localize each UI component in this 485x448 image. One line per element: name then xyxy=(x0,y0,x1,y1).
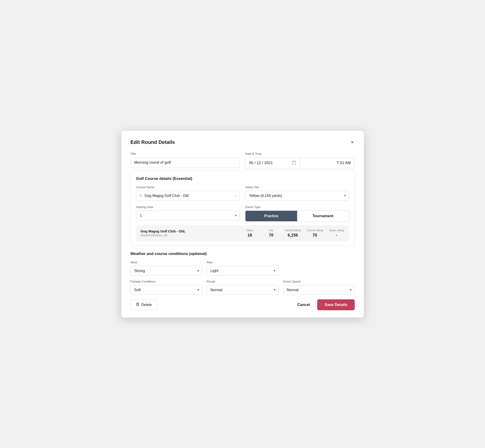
fairway-label: Fairway Conditions xyxy=(130,280,202,283)
green-speed-select-wrap: Slow Normal Fast Very Fast ▾ xyxy=(283,285,355,295)
rough-label: Rough xyxy=(207,280,278,283)
golf-section-title: Golf Course details (Essential) xyxy=(136,176,349,181)
holes-value: 18 xyxy=(248,233,252,238)
search-icon xyxy=(139,194,142,198)
trash-icon xyxy=(136,302,140,307)
title-field-group: Title xyxy=(130,152,240,169)
tee-select-wrap: Yellow (6,156 yards) ▾ xyxy=(245,191,349,200)
par-stat: Par 70 xyxy=(263,229,279,238)
cancel-button[interactable]: Cancel xyxy=(296,300,312,310)
yards-value: 6,156 xyxy=(288,233,298,238)
yards-label: Yards(Yellow) xyxy=(285,229,301,232)
svg-rect-0 xyxy=(292,161,296,164)
holes-stat: Holes 18 xyxy=(242,229,258,238)
edit-round-modal: Edit Round Details × Title Date & Time 0… xyxy=(121,131,364,318)
wind-select-wrap: Calm Light Moderate Strong Very Strong ▾ xyxy=(130,266,202,276)
rain-select-wrap: None Light Moderate Heavy ▾ xyxy=(207,266,278,276)
rain-label: Rain xyxy=(207,261,278,264)
title-label: Title xyxy=(130,152,240,155)
game-type-toggle: Practice Tournament xyxy=(245,211,349,222)
practice-button[interactable]: Practice xyxy=(245,211,297,221)
delete-label: Delete xyxy=(141,303,152,307)
course-name-display: Gog Magog Golf Club - Old, xyxy=(141,229,236,233)
calendar-icon xyxy=(292,160,296,166)
close-button[interactable]: × xyxy=(350,139,355,146)
course-tee-row: Course Name × Select Tee xyxy=(136,185,349,201)
green-speed-label: Green Speed xyxy=(283,280,355,283)
tee-select[interactable]: Yellow (6,156 yards) xyxy=(245,191,349,200)
course-name-input[interactable] xyxy=(136,191,240,201)
slope-rating-label: Slope rating xyxy=(329,229,344,232)
fairway-rough-green-row: Fairway Conditions Dry Normal Soft Wet ▾… xyxy=(130,280,355,295)
datetime-label: Date & Time xyxy=(245,152,355,155)
slope-rating-stat: Slope rating - xyxy=(329,229,345,238)
hole-select-wrap: 1 10 ▾ xyxy=(136,211,240,220)
spacer xyxy=(283,261,355,276)
par-value: 70 xyxy=(269,233,274,238)
wind-select[interactable]: Calm Light Moderate Strong Very Strong xyxy=(130,266,202,276)
footer-row: Delete Cancel Save Details xyxy=(130,299,355,310)
course-location: Shelford Bottom, UK xyxy=(141,233,236,237)
yards-stat: Yards(Yellow) 6,156 xyxy=(285,229,301,238)
hole-gametype-row: Starting Hole 1 10 ▾ Game Type Practice … xyxy=(136,205,349,222)
rain-group: Rain None Light Moderate Heavy ▾ xyxy=(207,261,278,276)
footer-right: Cancel Save Details xyxy=(296,299,355,310)
course-name-group: Course Name × xyxy=(136,185,240,201)
course-rating-value: 70 xyxy=(312,233,317,238)
green-speed-group: Green Speed Slow Normal Fast Very Fast ▾ xyxy=(283,280,355,295)
svg-line-5 xyxy=(141,196,142,197)
date-value: 05 / 12 / 2021 xyxy=(249,161,273,165)
modal-header: Edit Round Details × xyxy=(130,139,355,146)
par-label: Par xyxy=(269,229,273,232)
course-name-label: Course Name xyxy=(136,185,240,189)
fairway-select-wrap: Dry Normal Soft Wet ▾ xyxy=(130,285,202,295)
modal-title: Edit Round Details xyxy=(130,139,175,145)
conditions-section: Weather and course conditions (optional)… xyxy=(130,252,355,295)
holes-label: Holes xyxy=(246,229,253,232)
green-speed-select[interactable]: Slow Normal Fast Very Fast xyxy=(283,285,355,295)
fairway-group: Fairway Conditions Dry Normal Soft Wet ▾ xyxy=(130,280,202,295)
date-field[interactable]: 05 / 12 / 2021 xyxy=(245,157,300,169)
starting-hole-select[interactable]: 1 10 xyxy=(136,211,240,220)
rough-select[interactable]: Short Normal Long Very Long xyxy=(207,285,278,295)
select-tee-group: Select Tee Yellow (6,156 yards) ▾ xyxy=(245,185,349,201)
course-name-input-wrap: × xyxy=(136,191,240,201)
course-rating-stat: Course rating 70 xyxy=(307,229,323,238)
svg-point-4 xyxy=(139,194,141,196)
tournament-button[interactable]: Tournament xyxy=(297,211,349,221)
slope-rating-value: - xyxy=(336,233,337,238)
rough-group: Rough Short Normal Long Very Long ▾ xyxy=(207,280,278,295)
game-type-group: Game Type Practice Tournament xyxy=(245,205,349,222)
delete-button[interactable]: Delete xyxy=(130,299,157,310)
wind-group: Wind Calm Light Moderate Strong Very Str… xyxy=(130,261,202,276)
wind-label: Wind xyxy=(130,261,202,264)
title-date-row: Title Date & Time 05 / 12 / 2021 xyxy=(130,152,355,169)
clear-course-icon[interactable]: × xyxy=(235,194,237,198)
save-button[interactable]: Save Details xyxy=(317,299,355,310)
datetime-field-group: Date & Time 05 / 12 / 2021 7:31 AM xyxy=(245,152,355,169)
time-field[interactable]: 7:31 AM xyxy=(300,157,355,169)
conditions-title: Weather and course conditions (optional) xyxy=(130,252,355,256)
title-input[interactable] xyxy=(130,157,240,168)
date-time-row: 05 / 12 / 2021 7:31 AM xyxy=(245,157,355,169)
course-info-name: Gog Magog Golf Club - Old, Shelford Bott… xyxy=(141,229,236,237)
course-rating-label: Course rating xyxy=(307,229,323,232)
starting-hole-label: Starting Hole xyxy=(136,205,240,209)
fairway-select[interactable]: Dry Normal Soft Wet xyxy=(130,285,202,295)
rough-select-wrap: Short Normal Long Very Long ▾ xyxy=(207,285,278,295)
wind-rain-row: Wind Calm Light Moderate Strong Very Str… xyxy=(130,261,355,276)
starting-hole-group: Starting Hole 1 10 ▾ xyxy=(136,205,240,222)
rain-select[interactable]: None Light Moderate Heavy xyxy=(207,266,278,276)
golf-course-section: Golf Course details (Essential) Course N… xyxy=(130,171,355,246)
course-info-row: Gog Magog Golf Club - Old, Shelford Bott… xyxy=(136,225,349,241)
game-type-label: Game Type xyxy=(245,205,349,209)
time-value: 7:31 AM xyxy=(337,161,351,165)
select-tee-label: Select Tee xyxy=(245,185,349,189)
